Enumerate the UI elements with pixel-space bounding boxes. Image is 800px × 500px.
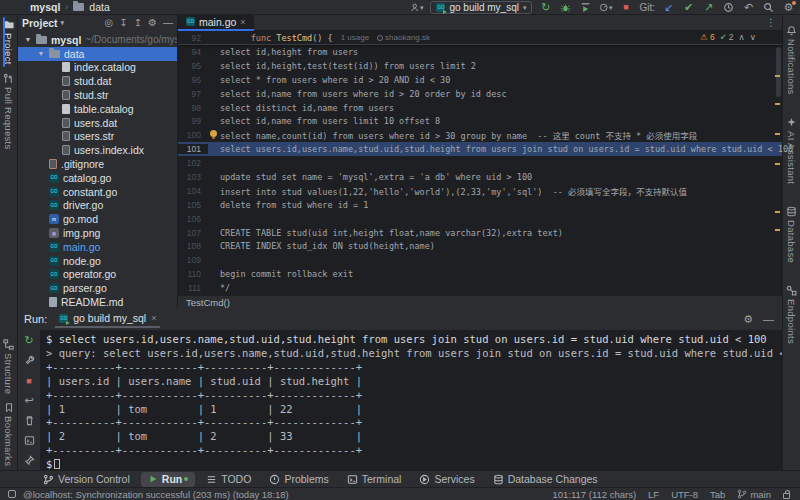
tool-window-button-run[interactable]: Run (141, 472, 195, 487)
code-line-103[interactable]: 103update stud set name = 'mysql',extra … (178, 170, 782, 184)
profiler-button[interactable]: ▾ (599, 1, 612, 14)
run-tab-close-icon[interactable]: × (151, 313, 156, 323)
caret-position[interactable]: 101:117 (112 chars) (552, 489, 636, 500)
console-view-icon[interactable] (23, 434, 36, 447)
tree-item-go.mod[interactable]: mgo.mod (18, 212, 177, 226)
edit-configuration-wrench-icon[interactable] (23, 354, 36, 367)
chevron-down-icon[interactable]: ▼ (24, 36, 32, 43)
warning-stripe-mark[interactable] (775, 103, 780, 105)
code-line-108[interactable]: 108CREATE INDEX stud_idx ON stud(height,… (178, 239, 782, 253)
sidebar-item-structure[interactable]: Structure (3, 335, 14, 398)
chevron-down-icon[interactable]: ▼ (37, 50, 45, 57)
lock-icon[interactable] (783, 493, 790, 499)
tree-item-stud.str[interactable]: stud.str (18, 88, 177, 102)
tree-item-parser.go[interactable]: GOparser.go (18, 281, 177, 295)
tree-item-stud.dat[interactable]: stud.dat (18, 74, 177, 88)
tree-item-data[interactable]: ▼data (18, 47, 177, 61)
user-profile-icon[interactable]: ▾ (410, 1, 423, 14)
tree-item-README.md[interactable]: README.md (18, 295, 177, 308)
next-problem-icon[interactable]: ∨ (750, 32, 756, 42)
history-button[interactable] (722, 1, 735, 14)
code-line-94[interactable]: 94select id,height from users (178, 45, 782, 59)
editor-scrollbar[interactable] (776, 47, 781, 97)
breadcrumb-folder[interactable]: data (89, 1, 109, 13)
tree-item-main.go[interactable]: GOmain.go (18, 240, 177, 254)
tree-item-users.index.idx[interactable]: users.index.idx (18, 143, 177, 157)
tree-item-.gitignore[interactable]: .gitignore (18, 157, 177, 171)
warning-stripe-mark[interactable] (775, 229, 780, 231)
rerun-icon[interactable]: ↻ (23, 334, 36, 347)
project-options-gear-icon[interactable]: ⚙ (148, 18, 157, 28)
pin-icon[interactable] (23, 454, 36, 467)
tree-item-constant.go[interactable]: GOconstant.go (18, 185, 177, 199)
console-prompt[interactable]: $ (46, 458, 782, 470)
tree-item-users.dat[interactable]: users.dat (18, 116, 177, 130)
sidebar-item-notifications[interactable]: Notifications (786, 21, 797, 99)
sidebar-item-pull-requests[interactable]: Pull Requests (3, 69, 14, 154)
run-settings-gear-icon[interactable]: ⚙ (743, 313, 753, 326)
code-line-107[interactable]: 107CREATE TABLE stud(uid int,height floa… (178, 226, 782, 240)
breadcrumb-project[interactable]: mysql (30, 1, 60, 13)
tree-item-operator.go[interactable]: GOoperator.go (18, 268, 177, 282)
tree-item-img.png[interactable]: ◍img.png (18, 226, 177, 240)
clear-output-trash-icon[interactable] (23, 414, 36, 427)
code-line-98[interactable]: 98select distinct id,name from users (178, 101, 782, 115)
stop-button[interactable]: ■ (619, 1, 632, 14)
author-inlay[interactable]: shaokang.sk (377, 33, 430, 42)
search-everywhere-button[interactable] (762, 1, 775, 14)
warning-stripe-mark[interactable] (775, 211, 780, 213)
debug-button[interactable] (559, 1, 572, 14)
expand-all-icon[interactable]: ↧ (119, 18, 127, 28)
sidebar-item-database[interactable]: Database (786, 202, 797, 267)
code-line-95[interactable]: 95select id,height,test(test(id)) from u… (178, 59, 782, 73)
run-configuration-select[interactable]: GO go build my_sql ▾ (430, 1, 532, 14)
locate-file-icon[interactable]: ◎ (105, 18, 114, 28)
tool-window-button-terminal[interactable]: Terminal (340, 472, 409, 487)
code-line-101[interactable]: 101select users.id,users.name,stud.uid,s… (178, 142, 782, 156)
code-line-99[interactable]: 99select id,name from users limit 10 off… (178, 114, 782, 128)
code-line-111[interactable]: 111*/ (178, 281, 782, 295)
tree-item-table.catalog[interactable]: table.catalog (18, 102, 177, 116)
run-console[interactable]: $ select users.id,users.name,stud.uid,st… (40, 330, 782, 470)
run-with-coverage-button[interactable] (579, 1, 592, 14)
line-separator[interactable]: LF (648, 489, 659, 500)
editor-breadcrumb[interactable]: TestCmd() (178, 295, 782, 308)
git-update-button[interactable]: ↙ (662, 1, 675, 14)
code-area[interactable]: 94select id,height from users95select id… (178, 45, 782, 295)
git-branch-widget[interactable]: main (737, 489, 771, 500)
inspection-widget[interactable]: ⚠6 ✔2 ∧ ∨ (700, 32, 756, 42)
collapse-all-icon[interactable]: ↥ (134, 18, 142, 28)
file-encoding[interactable]: UTF-8 (671, 489, 698, 500)
indent-style[interactable]: Tab (710, 489, 725, 500)
code-line-106[interactable]: 106 (178, 212, 782, 226)
tree-item-mysql[interactable]: ▼mysql~/Documents/go/mysql (18, 33, 177, 47)
project-panel-title[interactable]: Project▾ (22, 17, 64, 29)
tree-item-catalog.go[interactable]: GOcatalog.go (18, 171, 177, 185)
git-push-button[interactable]: ↗ (702, 1, 715, 14)
code-line-102[interactable]: 102 (178, 156, 782, 170)
code-line-104[interactable]: 104insert into stud values(1,22,'hello',… (178, 184, 782, 198)
warning-stripe-mark[interactable] (775, 163, 780, 165)
rerun-button[interactable]: ↻ (539, 1, 552, 14)
sticky-function-line[interactable]: 92 func TestCmd() { 1 usage shaokang.sk … (178, 31, 782, 45)
code-line-100[interactable]: 100select name,count(id) from users wher… (178, 128, 782, 142)
warning-stripe-mark[interactable] (775, 75, 780, 77)
stop-icon[interactable]: ■ (23, 374, 36, 387)
tool-window-button-database-changes[interactable]: Database Changes (486, 472, 605, 487)
sidebar-item-endpoints[interactable]: Endpoints (786, 281, 797, 348)
tree-item-users.str[interactable]: users.str (18, 130, 177, 144)
code-line-110[interactable]: 110begin commit rollback exit (178, 267, 782, 281)
sidebar-item-project[interactable]: Project (3, 15, 15, 69)
tool-window-button-services[interactable]: Services (412, 472, 481, 487)
sidebar-item-bookmarks[interactable]: Bookmarks (3, 398, 14, 470)
git-commit-button[interactable]: ✔ (682, 1, 695, 14)
rollback-button[interactable]: ↶ (742, 1, 755, 14)
tree-item-index.catalog[interactable]: index.catalog (18, 61, 177, 75)
code-line-105[interactable]: 105delete from stud where id = 1 (178, 198, 782, 212)
warning-stripe-mark[interactable] (775, 133, 780, 135)
tree-item-driver.go[interactable]: GOdriver.go (18, 199, 177, 213)
code-line-96[interactable]: 96select * from users where id > 20 AND … (178, 73, 782, 87)
sync-status-message[interactable]: @localhost: Synchronization successful (… (23, 489, 289, 500)
code-line-97[interactable]: 97select id,name from users where id > 2… (178, 87, 782, 101)
tool-window-button-version-control[interactable]: Version Control (36, 472, 137, 487)
